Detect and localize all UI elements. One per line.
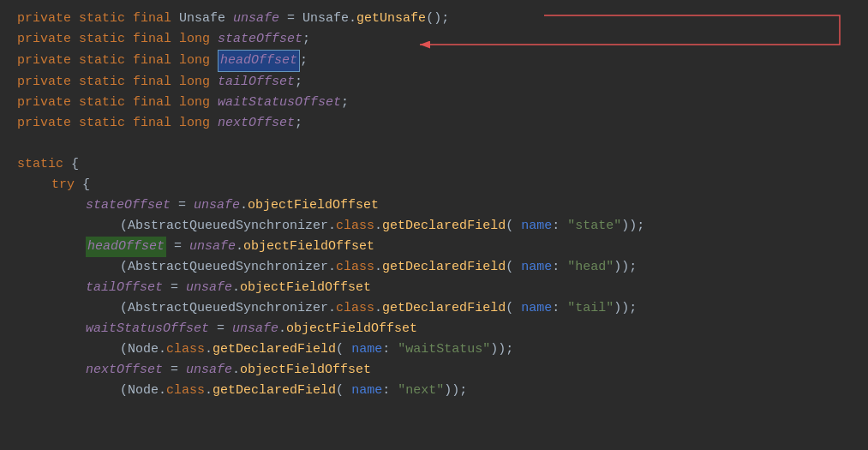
param-name1: name [521, 216, 552, 237]
code-line-5: private static final long waitStatusOffs… [17, 93, 851, 113]
keyword-try: try [51, 175, 75, 195]
string-next: "next" [398, 381, 444, 401]
assignment-stateoffset-2: (AbstractQueuedSynchronizer.class.getDec… [17, 216, 851, 237]
var-headoffset-highlighted: headOffset [218, 50, 300, 72]
method-getdeclaredfield4: getDeclaredField [213, 339, 336, 360]
assignment-headoffset-2: (AbstractQueuedSynchronizer.class.getDec… [17, 257, 851, 278]
type-unsafe: Unsafe [179, 9, 233, 29]
keyword-private3: private static final long [17, 51, 218, 71]
class-unsafe: Unsafe [302, 9, 349, 29]
var-waitstatusoffset-assign: waitStatusOffset [86, 319, 209, 339]
keyword-class1: class [336, 216, 374, 237]
method-getdeclaredfield1: getDeclaredField [382, 216, 506, 237]
method-objectfieldoffset4: objectFieldOffset [286, 319, 417, 339]
assignment-waitstatusoffset-2: (Node.class.getDeclaredField( name: "wai… [17, 339, 851, 360]
class-aqs2: AbstractQueuedSynchronizer [128, 257, 328, 278]
var-tailoffset-assign: tailOffset [86, 278, 163, 298]
try-block-open: try { [17, 175, 851, 195]
assignment-nextoffset-1: nextOffset = unsafe.objectFieldOffset [17, 360, 851, 381]
string-state: "state" [567, 216, 621, 237]
method-getdeclaredfield2: getDeclaredField [382, 257, 506, 278]
keyword-class3: class [336, 298, 374, 319]
method-objectfieldoffset2: objectFieldOffset [243, 237, 374, 257]
code-line-1: private static final Unsafe unsafe = Uns… [17, 9, 851, 29]
var-nextoffset: nextOffset [218, 113, 295, 134]
param-name2: name [521, 257, 552, 278]
keyword-private4: private static final long [17, 72, 218, 93]
blank-line-1 [17, 134, 851, 154]
keyword-class2: class [336, 257, 374, 278]
keyword-private: private static final [17, 9, 179, 29]
method-objectfieldoffset1: objectFieldOffset [248, 195, 379, 216]
method-getdeclaredfield3: getDeclaredField [382, 298, 506, 319]
keyword-private2: private static final long [17, 29, 218, 50]
keyword-private5: private static final long [17, 93, 218, 113]
var-nextoffset-assign: nextOffset [86, 360, 163, 381]
class-aqs1: AbstractQueuedSynchronizer [128, 216, 328, 237]
param-name4: name [351, 339, 382, 360]
var-unsafe: unsafe [233, 9, 279, 29]
var-unsafe-ref4: unsafe [232, 319, 278, 339]
code-line-6: private static final long nextOffset; [17, 113, 851, 134]
method-getdeclaredfield5: getDeclaredField [213, 381, 336, 401]
assignment-tailoffset-1: tailOffset = unsafe.objectFieldOffset [17, 278, 851, 298]
keyword-class5: class [166, 381, 205, 401]
keyword-static: static [17, 154, 63, 175]
var-stateoffset-assign: stateOffset [86, 195, 171, 216]
var-unsafe-ref5: unsafe [186, 360, 232, 381]
method-objectfieldoffset5: objectFieldOffset [240, 360, 371, 381]
code-line-4: private static final long tailOffset; [17, 72, 851, 93]
var-waitstatusoffset: waitStatusOffset [218, 93, 341, 113]
assignment-stateoffset-1: stateOffset = unsafe.objectFieldOffset [17, 195, 851, 216]
code-line-3: private static final long headOffset; [17, 50, 851, 72]
param-name5: name [351, 381, 382, 401]
param-name3: name [521, 298, 552, 319]
code-editor: private static final Unsafe unsafe = Uns… [0, 0, 868, 410]
keyword-class4: class [166, 339, 205, 360]
var-stateoffset: stateOffset [218, 29, 302, 50]
method-objectfieldoffset3: objectFieldOffset [240, 278, 371, 298]
code-line-2: private static final long stateOffset; [17, 29, 851, 50]
static-block-open: static { [17, 154, 851, 175]
assignment-waitstatusoffset-1: waitStatusOffset = unsafe.objectFieldOff… [17, 319, 851, 339]
var-unsafe-ref3: unsafe [186, 278, 232, 298]
string-tail: "tail" [567, 298, 614, 319]
string-waitstatus: "waitStatus" [398, 339, 490, 360]
assignment-tailoffset-2: (AbstractQueuedSynchronizer.class.getDec… [17, 298, 851, 319]
var-unsafe-ref2: unsafe [189, 237, 236, 257]
assignment-headoffset-1: headOffset = unsafe.objectFieldOffset [17, 237, 851, 257]
var-tailoffset: tailOffset [218, 72, 295, 93]
assignment-nextoffset-2: (Node.class.getDeclaredField( name: "nex… [17, 381, 851, 401]
method-getunsafe: getUnsafe [356, 9, 426, 29]
keyword-private6: private static final long [17, 113, 218, 134]
var-headoffset-assign-highlighted: headOffset [86, 237, 166, 257]
class-node2: Node [128, 381, 159, 401]
class-node1: Node [128, 339, 159, 360]
string-head: "head" [567, 257, 614, 278]
var-unsafe-ref: unsafe [194, 195, 240, 216]
class-aqs3: AbstractQueuedSynchronizer [128, 298, 328, 319]
